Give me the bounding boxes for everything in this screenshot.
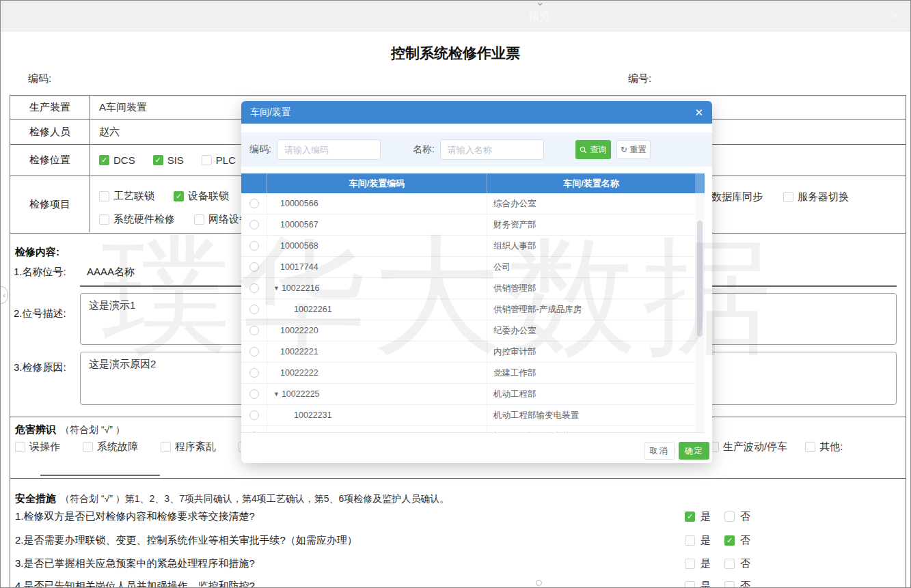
row-name-cell: 财务资产部 — [487, 214, 695, 235]
checkbox-network-device[interactable] — [194, 214, 204, 225]
modal-table-row[interactable]: ▼10022216供销管理部 — [241, 278, 695, 299]
expand-arrow-icon[interactable]: ▼ — [273, 285, 280, 292]
row-radio-cell — [241, 257, 267, 277]
row-code-cell: ▼10022216 — [267, 278, 487, 298]
row-code-text: 10022231 — [294, 410, 332, 420]
modal-table-row[interactable]: 10022220纪委办公室 — [241, 320, 695, 341]
scrollbar-track[interactable] — [695, 193, 705, 433]
query-button-label: 查询 — [590, 144, 606, 156]
q1-no-checkbox[interactable] — [724, 512, 735, 522]
query-button[interactable]: 查询 — [575, 140, 611, 159]
q4-no-checkbox[interactable] — [724, 581, 735, 588]
row-radio[interactable] — [249, 305, 259, 314]
no-label: 否 — [740, 534, 750, 547]
yes-label: 是 — [701, 557, 711, 570]
name-input-label: 名称: — [413, 143, 435, 156]
checkbox-program-disorder[interactable] — [161, 442, 171, 452]
row-name-cell: 公司 — [487, 257, 695, 277]
table-scrollbar[interactable] — [695, 173, 705, 433]
row-radio[interactable] — [249, 326, 259, 335]
modal-close-icon[interactable]: ✕ — [694, 107, 703, 119]
q3-no-checkbox[interactable] — [724, 559, 735, 569]
row-code-cell: 10022222 — [267, 363, 487, 383]
row-radio[interactable] — [249, 241, 259, 251]
row-radio[interactable] — [249, 389, 259, 399]
row-name-cell: 机动工程部 — [487, 384, 695, 404]
row-radio-cell — [241, 278, 267, 298]
modal-footer: 取消 确定 — [241, 437, 712, 463]
row-radio[interactable] — [249, 368, 259, 378]
checkbox-equipment-interlock[interactable] — [174, 191, 184, 201]
modal-header: 车间/装置 ✕ — [241, 101, 712, 124]
reset-button[interactable]: ↻ 重置 — [616, 140, 651, 159]
row-code-text: 10022221 — [280, 347, 318, 356]
row-radio[interactable] — [249, 199, 259, 208]
row-radio-cell — [241, 236, 267, 256]
row-radio-cell — [241, 299, 267, 320]
row-code-cell: 10022232 — [267, 426, 487, 433]
modal-table-row[interactable]: ▼10022225机动工程部 — [241, 384, 695, 405]
code-search-input[interactable] — [277, 139, 381, 160]
confirm-button[interactable]: 确定 — [679, 442, 709, 460]
checkbox-plc[interactable] — [202, 155, 212, 165]
scrollbar-header-cap — [695, 173, 705, 193]
checkbox-label: PLC — [216, 154, 236, 166]
row-code-text: 10017744 — [280, 262, 318, 272]
q3-yes-checkbox[interactable] — [685, 559, 695, 569]
row-radio[interactable] — [249, 283, 259, 293]
modal-table-row[interactable]: 10017744公司 — [241, 257, 695, 278]
safety-question: 4.是否已告知相关岗位人员并加强操作、监控和防控? — [15, 580, 255, 588]
checkbox-dcs[interactable] — [99, 155, 109, 165]
modal-table-row[interactable]: 10022222党建工作部 — [241, 363, 695, 384]
code-input-label: 编码: — [249, 143, 271, 156]
checkbox-system-hardware[interactable] — [99, 214, 109, 225]
row-code-cell: 10017744 — [267, 257, 487, 277]
checkbox-label: 设备联锁 — [188, 190, 229, 203]
drawer-collapse-handle[interactable]: ‹ — [1, 286, 8, 304]
checkbox-sis[interactable] — [153, 155, 163, 165]
page-title: 控制系统检修作业票 — [1, 44, 910, 63]
modal-table-row[interactable]: 10022231机动工程部输变电装置 — [241, 405, 695, 426]
q4-yes-checkbox[interactable] — [685, 581, 695, 588]
row-radio[interactable] — [249, 262, 259, 272]
row-code-text: 10022220 — [280, 326, 318, 335]
row-radio-cell — [241, 193, 267, 214]
q2-yes-checkbox[interactable] — [685, 535, 695, 546]
row-name-cell: 内控审计部 — [487, 341, 695, 362]
scrollbar-thumb[interactable] — [697, 221, 703, 337]
modal-table-row[interactable]: 10022261供销管理部-产成品库房 — [241, 299, 695, 320]
code-column-header: 车间/装置编码 — [267, 173, 487, 193]
row-radio[interactable] — [249, 410, 259, 420]
chevron-down-icon[interactable]: ⌄ — [536, 0, 545, 8]
modal-table-row[interactable]: 10022221内控审计部 — [241, 341, 695, 363]
name-column-header: 车间/装置名称 — [487, 173, 695, 193]
row-radio[interactable] — [249, 432, 259, 433]
cancel-button[interactable]: 取消 — [644, 442, 675, 460]
modal-table-row[interactable]: 10000568组织人事部 — [241, 236, 695, 257]
close-icon[interactable]: ✕ — [890, 9, 899, 22]
checkbox-system-failure[interactable] — [83, 442, 93, 452]
checkbox-process-interlock[interactable] — [99, 191, 109, 201]
modal-table-row[interactable]: 10022232机动工程部供变电装置 — [241, 426, 695, 433]
checkbox-misoperation[interactable] — [15, 442, 25, 452]
checkbox-label: 数据库同步 — [711, 191, 763, 204]
row-radio[interactable] — [249, 347, 259, 356]
dialog-titlebar: 预览 ✕ — [1, 1, 910, 31]
checkbox-server-switch[interactable] — [783, 192, 793, 202]
q1-yes-checkbox[interactable] — [685, 512, 695, 522]
other-write-in-line — [40, 475, 160, 476]
checkbox-label: 系统硬件检修 — [113, 213, 175, 226]
field-label: 2.位号描述: — [14, 307, 66, 320]
serial-label: 编号: — [628, 72, 651, 85]
workshop-device-table: 车间/装置编码 车间/装置名称 10000566综合办公室10000567财务资… — [241, 173, 705, 433]
expand-arrow-icon[interactable]: ▼ — [273, 391, 280, 397]
section-heading: 安全措施 — [15, 492, 56, 504]
name-search-input[interactable] — [440, 139, 544, 160]
modal-table-row[interactable]: 10000566综合办公室 — [241, 193, 695, 214]
q2-no-checkbox[interactable] — [724, 535, 735, 546]
modal-table-row[interactable]: 10000567财务资产部 — [241, 214, 695, 236]
row-radio[interactable] — [249, 220, 259, 229]
row-code-text: 10022261 — [294, 305, 332, 314]
row-code-text: 10000567 — [280, 220, 318, 229]
checkbox-other[interactable] — [805, 442, 815, 452]
